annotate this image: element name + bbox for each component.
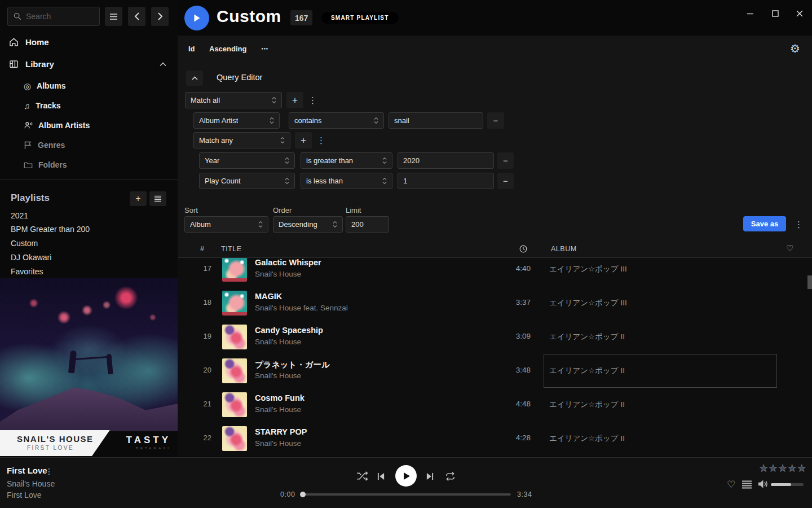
track-album[interactable]: エイリアン☆ポップ II	[549, 332, 625, 342]
track-album[interactable]: エイリアン☆ポップ III	[549, 264, 627, 274]
page-title: Custom	[217, 7, 281, 26]
search-input[interactable]	[26, 12, 94, 21]
rule-operator-select[interactable]: is greater than	[301, 152, 392, 169]
settings-gear-icon[interactable]: ⚙	[790, 42, 800, 55]
column-title[interactable]: TITLE	[221, 245, 242, 253]
now-playing-artwork[interactable]: SNAIL'S HOUSE FIRST LOVE TASTY BETAMAXI	[0, 278, 178, 456]
seek-bar[interactable]	[301, 493, 511, 496]
volume-icon[interactable]	[757, 479, 768, 489]
rule-operator-select[interactable]: is less than	[301, 173, 392, 189]
playlist-list-button[interactable]	[149, 191, 166, 206]
nav-forward-button[interactable]	[151, 7, 169, 26]
star-icon[interactable]: ★	[760, 463, 767, 474]
favorite-heart-icon[interactable]: ♡	[727, 479, 735, 491]
save-options-button[interactable]: ⋮	[795, 216, 802, 233]
column-number[interactable]: #	[200, 245, 204, 253]
remove-rule-button[interactable]: −	[487, 112, 504, 129]
nav-back-button[interactable]	[128, 7, 145, 26]
seek-handle[interactable]	[300, 492, 306, 497]
rule-field-select[interactable]: Year	[199, 152, 295, 169]
rule-value-input[interactable]	[389, 112, 483, 129]
window-close-button[interactable]	[791, 5, 808, 22]
limit-input[interactable]	[346, 216, 389, 233]
rule-operator-select[interactable]: contains	[289, 112, 384, 129]
track-row[interactable]: 18 MAGIK Snail's House feat. Sennzai 3:3…	[178, 286, 812, 320]
chevron-right-icon	[157, 12, 163, 20]
play-playlist-button[interactable]	[184, 6, 209, 30]
star-icon[interactable]: ★	[797, 463, 805, 474]
sidebar-divider	[0, 179, 178, 180]
playlist-item[interactable]: Favorites	[11, 267, 43, 276]
collapse-query-editor-button[interactable]	[186, 71, 203, 86]
sidebar-item-albums[interactable]: ◎ Albums	[24, 81, 65, 90]
playlist-item[interactable]: DJ Okawari	[11, 253, 51, 262]
track-row[interactable]: 21 Cosmo Funk Snail's House 4:48 エイリアン☆ポ…	[178, 388, 812, 422]
next-track-button[interactable]	[426, 472, 434, 480]
search-box[interactable]	[7, 7, 100, 26]
track-album[interactable]: エイリアン☆ポップ II	[549, 366, 625, 376]
track-duration: 3:37	[491, 298, 531, 306]
match-type-select[interactable]: Match any	[193, 132, 290, 148]
playlist-item[interactable]: Custom	[11, 239, 38, 248]
sidebar-item-home[interactable]: Home	[9, 37, 49, 47]
more-options-button[interactable]: ⋯	[261, 45, 268, 53]
rule-field-select[interactable]: Album Artist	[193, 112, 280, 129]
track-album[interactable]: エイリアン☆ポップ II	[549, 400, 625, 410]
volume-slider[interactable]	[771, 483, 804, 486]
group-options-button[interactable]: ⋮	[317, 132, 325, 148]
sort-select[interactable]: Album	[184, 216, 268, 233]
window-maximize-button[interactable]	[767, 5, 784, 22]
sidebar-item-folders[interactable]: Folders	[24, 160, 67, 169]
group-options-button[interactable]: ⋮	[308, 92, 316, 108]
add-playlist-button[interactable]: +	[130, 191, 147, 206]
queue-icon[interactable]	[742, 480, 752, 489]
track-row[interactable]: 22 STARRY POP Snail's House 4:28 エイリアン☆ポ…	[178, 422, 812, 456]
sort-direction-button[interactable]: Ascending	[209, 45, 246, 53]
sidebar-item-library[interactable]: Library	[9, 59, 54, 69]
track-row[interactable]: 19 Candy Spaceship Snail's House 3:09 エイ…	[178, 320, 812, 354]
star-icon[interactable]: ★	[769, 463, 777, 474]
sidebar-item-genres[interactable]: Genres	[24, 141, 65, 150]
playlist-item[interactable]: 2021	[11, 211, 28, 220]
track-album[interactable]: エイリアン☆ポップ II	[549, 433, 625, 444]
order-select[interactable]: Descending	[273, 216, 343, 233]
playlist-item[interactable]: BPM Greater than 200	[11, 225, 90, 234]
rule-value-input[interactable]	[398, 152, 494, 169]
query-rule-row: Album Artist contains −	[193, 112, 805, 129]
artist-icon	[24, 121, 33, 130]
remove-rule-button[interactable]: −	[497, 152, 514, 169]
rule-operator-value: contains	[294, 116, 321, 125]
duration-clock-icon[interactable]	[519, 245, 527, 253]
sidebar-item-tracks[interactable]: ♫ Tracks	[24, 101, 61, 110]
window-minimize-button[interactable]	[742, 5, 758, 22]
match-type-select[interactable]: Match all	[185, 92, 282, 108]
now-playing-options-button[interactable]: ⋮	[45, 467, 53, 476]
updown-icon	[374, 117, 378, 124]
sidebar-item-album-artists[interactable]: Album Artists	[24, 121, 90, 130]
match-type-value: Match any	[199, 136, 233, 144]
column-album[interactable]: ALBUM	[551, 245, 577, 253]
menu-button[interactable]	[105, 7, 122, 26]
remove-rule-button[interactable]: −	[497, 173, 514, 189]
previous-track-button[interactable]	[377, 472, 385, 480]
query-editor-title: Query Editor	[217, 73, 262, 82]
star-icon[interactable]: ★	[779, 463, 787, 474]
track-album[interactable]: エイリアン☆ポップ III	[549, 298, 627, 308]
star-icon[interactable]: ★	[788, 463, 796, 474]
save-as-button[interactable]: Save as	[743, 216, 786, 231]
shuffle-button[interactable]	[356, 471, 368, 481]
favorite-column-heart-icon[interactable]: ♡	[786, 243, 793, 253]
add-rule-button[interactable]: +	[286, 92, 303, 108]
add-rule-button[interactable]: +	[295, 132, 312, 148]
rule-field-value: Album Artist	[199, 116, 238, 125]
home-icon	[9, 37, 19, 47]
repeat-button[interactable]	[445, 471, 456, 481]
play-pause-button[interactable]	[395, 465, 417, 487]
rule-field-select[interactable]: Play Count	[199, 173, 295, 189]
track-row[interactable]: 20 プラネット・ガール Snail's House 3:48 エイリアン☆ポッ…	[178, 354, 812, 388]
scrollbar-thumb[interactable]	[807, 275, 812, 289]
collapse-library-icon[interactable]	[160, 62, 166, 67]
limit-label: Limit	[346, 206, 361, 214]
rule-value-input[interactable]	[398, 173, 494, 189]
sort-field-button[interactable]: Id	[188, 45, 195, 53]
